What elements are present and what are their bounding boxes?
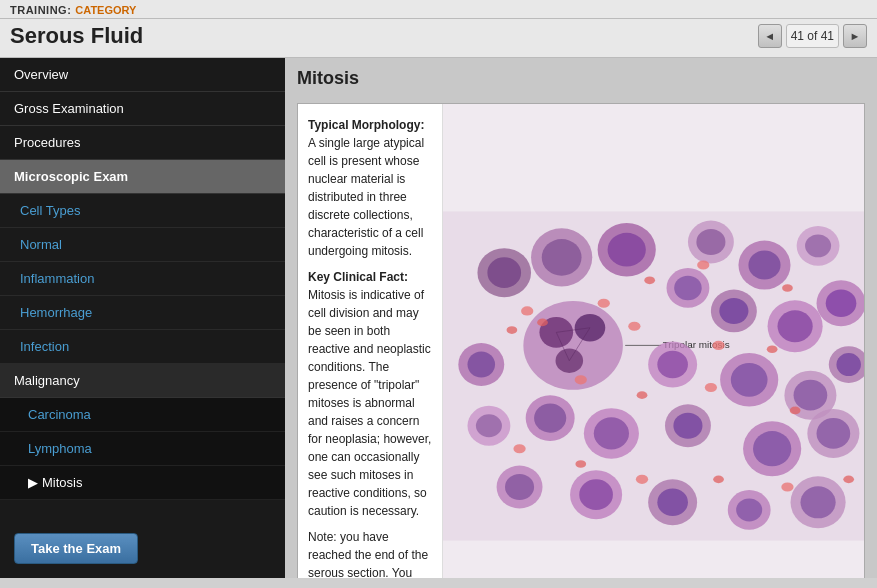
sidebar-item-microscopic-exam[interactable]: Microscopic Exam [0,160,285,194]
image-panel: Tripolar mitosis [443,104,864,578]
svg-point-38 [794,380,828,411]
svg-point-64 [505,474,534,500]
svg-point-22 [805,234,831,257]
svg-point-66 [579,479,613,510]
sidebar-item-inflammation[interactable]: Inflammation [0,262,285,296]
svg-point-78 [575,460,586,468]
svg-point-44 [644,276,655,284]
svg-point-73 [575,375,587,384]
sidebar-item-mitosis[interactable]: ▶ Mitosis [0,466,285,500]
svg-point-9 [575,314,606,342]
microscopy-image: Tripolar mitosis [443,104,864,578]
text-panel: Typical Morphology: A single large atypi… [298,104,443,578]
sidebar-item-overview[interactable]: Overview [0,58,285,92]
category-label: CATEGORY [75,4,136,16]
svg-point-41 [521,306,533,315]
svg-point-20 [748,250,780,279]
sidebar-item-gross-examination[interactable]: Gross Examination [0,92,285,126]
svg-point-50 [507,326,518,334]
svg-point-6 [608,233,646,267]
arrow-indicator: ▶ [28,475,38,490]
note-text: Note: you have reached the end of the se… [308,528,432,578]
sidebar: Overview Gross Examination Procedures Mi… [0,58,285,578]
svg-point-77 [513,444,525,453]
svg-point-32 [467,352,495,378]
training-label: TRAINING: [10,4,71,16]
svg-point-2 [487,257,521,288]
top-header: TRAINING: CATEGORY [0,0,877,19]
take-exam-button[interactable]: Take the Exam [14,533,138,564]
sidebar-item-carcinoma[interactable]: Carcinoma [0,398,285,432]
svg-point-80 [713,476,724,484]
svg-point-43 [598,299,610,308]
svg-point-70 [736,498,762,521]
svg-point-60 [753,431,791,466]
svg-point-74 [637,391,648,399]
svg-point-46 [782,284,793,292]
svg-point-52 [476,414,502,437]
svg-point-82 [843,476,854,484]
content-box: Typical Morphology: A single large atypi… [297,103,865,578]
svg-point-58 [673,413,702,439]
svg-point-79 [636,475,648,484]
sidebar-item-infection[interactable]: Infection [0,330,285,364]
title-bar: Serous Fluid ◄ 41 of 41 ► [0,19,877,58]
content-area: Mitosis Typical Morphology: A single lar… [285,58,877,578]
next-button[interactable]: ► [843,24,867,48]
svg-point-47 [712,341,724,350]
morphology-text: Typical Morphology: A single large atypi… [308,116,432,260]
svg-point-34 [657,351,688,379]
svg-point-26 [778,310,813,342]
clinical-fact-text: Key Clinical Fact: Mitosis is indicative… [308,268,432,520]
sidebar-item-hemorrhage[interactable]: Hemorrhage [0,296,285,330]
svg-point-62 [817,418,851,449]
nav-controls: ◄ 41 of 41 ► [758,24,867,48]
svg-point-49 [628,322,640,331]
sidebar-item-normal[interactable]: Normal [0,228,285,262]
content-title: Mitosis [297,68,865,93]
svg-point-75 [705,383,717,392]
svg-point-72 [800,486,835,518]
svg-point-45 [697,260,709,269]
svg-point-56 [594,417,629,449]
svg-point-4 [542,239,582,276]
svg-point-76 [790,407,801,415]
svg-point-30 [674,276,702,300]
prev-button[interactable]: ◄ [758,24,782,48]
svg-point-24 [826,290,857,318]
nav-counter: 41 of 41 [786,24,839,48]
page-title: Serous Fluid [10,23,143,49]
svg-point-40 [836,353,860,376]
svg-point-48 [767,345,778,353]
svg-point-54 [534,404,566,433]
sidebar-item-cell-types[interactable]: Cell Types [0,194,285,228]
mitosis-label: Mitosis [42,475,82,490]
svg-point-68 [657,489,688,517]
svg-point-18 [696,229,725,255]
sidebar-item-malignancy[interactable]: Malignancy [0,364,285,398]
sidebar-item-procedures[interactable]: Procedures [0,126,285,160]
svg-point-7 [523,301,623,390]
svg-point-42 [537,319,548,327]
svg-point-81 [781,482,793,491]
svg-point-28 [719,298,748,324]
svg-point-36 [731,363,768,397]
sidebar-item-lymphoma[interactable]: Lymphoma [0,432,285,466]
